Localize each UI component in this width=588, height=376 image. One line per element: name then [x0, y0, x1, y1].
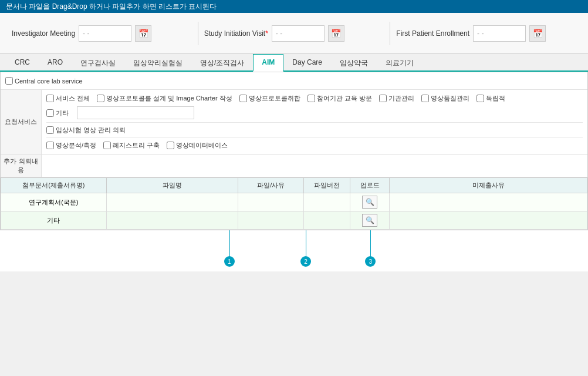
- service-independent-item: 독립적: [477, 94, 505, 103]
- filename-cell-1[interactable]: [106, 212, 238, 230]
- service-image-quality-item: 영상품질관리: [421, 94, 469, 103]
- study-initiation-visit-input[interactable]: - -: [272, 25, 325, 42]
- central-core-checkbox[interactable]: [5, 77, 13, 85]
- tab-daycare[interactable]: Day Care: [283, 54, 331, 72]
- service-training-visit-checkbox[interactable]: [307, 95, 315, 102]
- tab-aim[interactable]: AIM: [253, 54, 283, 72]
- no-reason-input-1[interactable]: [394, 214, 582, 226]
- header-fields: Investigator Meeting - - 📅 Study Initiat…: [0, 13, 588, 54]
- service-org-mgmt-checkbox[interactable]: [379, 95, 387, 102]
- service-protocol-design-item: 영상프로토콜를 설계 및 Image Charter 작성: [97, 94, 232, 103]
- first-patient-enrollment-field: First Patient Enrollment - - 📅: [396, 25, 576, 42]
- marker-circle-2: 2: [300, 256, 311, 267]
- tab-aro[interactable]: ARO: [39, 54, 72, 72]
- investigator-meeting-input[interactable]: - -: [79, 25, 131, 42]
- filename-input-1[interactable]: [111, 214, 233, 226]
- marker-circle-3: 3: [365, 256, 376, 267]
- marker-circle-1: 1: [224, 256, 235, 267]
- upload-cell-1[interactable]: 🔍: [350, 212, 389, 230]
- attach-col-upload: 업로드: [350, 178, 389, 193]
- attach-col-doc: 첨부문서(제출서류명): [1, 178, 107, 193]
- vertical-line-2: [306, 230, 306, 260]
- study-initiation-visit-label: Study Initiation Visit*: [204, 29, 268, 38]
- inner-divider-1: [46, 122, 583, 123]
- upload-cell-0[interactable]: 🔍: [350, 193, 389, 212]
- main-content: Central core lab service 요청서비스 서비스 전체 영상…: [0, 72, 588, 230]
- study-initiation-visit-field: Study Initiation Visit* - - 📅: [204, 25, 384, 42]
- first-patient-enrollment-calendar-icon[interactable]: 📅: [529, 25, 546, 42]
- version-cell-1: [304, 212, 350, 230]
- file-reason-cell-1[interactable]: [238, 212, 304, 230]
- request-services-content: 서비스 전체 영상프로토콜를 설계 및 Image Charter 작성 영상프…: [42, 90, 587, 154]
- vertical-line-1: [229, 230, 230, 260]
- filename-input-0[interactable]: [111, 196, 233, 208]
- clinical-trial-image-row: 임상시험 영상 관리 의뢰: [46, 124, 583, 136]
- drag-drop-banner: 문서나 파일을 Drag&Drop 하거나 파일추가 하면 리스트가 표시된다: [0, 0, 588, 13]
- service-protocol-compile-checkbox[interactable]: [239, 95, 247, 102]
- tab-research-lab[interactable]: 연구검사실: [72, 54, 124, 72]
- central-core-row: Central core lab service: [1, 72, 587, 90]
- tab-clinical-pharma-lab[interactable]: 임상약리실험실: [124, 54, 191, 72]
- other-row: 기타: [46, 105, 583, 121]
- upload-search-btn-1[interactable]: 🔍: [362, 214, 377, 227]
- investigator-meeting-calendar-icon[interactable]: 📅: [135, 25, 151, 42]
- first-patient-enrollment-label: First Patient Enrollment: [396, 29, 469, 38]
- clinical-trial-image-checkbox[interactable]: [46, 126, 54, 134]
- inner-divider-2: [46, 137, 583, 138]
- central-core-checkbox-item: Central core lab service: [5, 77, 83, 85]
- other-checkbox-item: 기타: [46, 109, 69, 118]
- filename-cell-0[interactable]: [106, 193, 238, 212]
- attach-col-file-reason: 파일/사유: [238, 178, 304, 193]
- image-analysis-row: 영상분석/측정 레지스트리 구축 영상데이터베이스: [46, 139, 583, 152]
- tab-medical-device[interactable]: 의료기기: [377, 54, 423, 72]
- extra-notes-label: 추가 의뢰내용: [1, 155, 42, 177]
- clinical-trial-image-item: 임상시험 영상 관리 의뢰: [46, 126, 126, 135]
- service-protocol-design-checkbox[interactable]: [97, 95, 104, 102]
- image-database-checkbox[interactable]: [167, 142, 174, 149]
- tab-pharmacy[interactable]: 임상약국: [331, 54, 377, 72]
- extra-notes-content: [42, 155, 587, 177]
- service-all-item: 서비스 전체: [46, 94, 90, 103]
- first-patient-enrollment-input[interactable]: - -: [473, 25, 526, 42]
- upload-search-btn-0[interactable]: 🔍: [362, 196, 377, 209]
- header-divider-2: [390, 22, 390, 45]
- no-reason-cell-0[interactable]: [390, 193, 587, 212]
- service-all-checkbox[interactable]: [46, 95, 54, 102]
- request-services-section: 요청서비스 서비스 전체 영상프로토콜를 설계 및 Image Charter …: [1, 90, 587, 155]
- request-services-label: 요청서비스: [1, 90, 42, 154]
- vertical-line-3: [370, 230, 371, 260]
- tab-crc[interactable]: CRC: [6, 54, 39, 72]
- doc-name-cell: 연구계획서(국문): [1, 193, 107, 212]
- image-analysis-item: 영상분석/측정: [46, 141, 96, 150]
- service-training-visit-item: 참여기관 교육 방문: [307, 94, 372, 103]
- other-text-input[interactable]: [77, 106, 194, 119]
- file-reason-cell-0[interactable]: [238, 193, 304, 212]
- table-row: 기타 🔍: [1, 212, 587, 230]
- tab-imaging[interactable]: 영상/조직검사: [191, 54, 253, 72]
- service-image-quality-checkbox[interactable]: [421, 95, 429, 102]
- service-independent-checkbox[interactable]: [477, 95, 484, 102]
- investigator-meeting-label: Investigator Meeting: [12, 29, 75, 38]
- extra-notes-section: 추가 의뢰내용: [1, 155, 587, 177]
- registry-build-checkbox[interactable]: [103, 142, 111, 149]
- version-cell-0: [304, 193, 350, 212]
- image-database-item: 영상데이터베이스: [167, 141, 228, 150]
- study-initiation-visit-calendar-icon[interactable]: 📅: [328, 25, 344, 42]
- bottom-markers: 1 2 3: [0, 230, 588, 271]
- doc-name-cell: 기타: [1, 212, 107, 230]
- attach-table: 첨부문서(제출서류명) 파일명 파일/사유 파일버전 업로드 미제출사유 연구계…: [1, 177, 587, 230]
- registry-build-item: 레지스트리 구축: [103, 141, 160, 150]
- header-divider-1: [198, 22, 198, 45]
- other-checkbox[interactable]: [46, 109, 54, 117]
- image-analysis-checkbox[interactable]: [46, 142, 54, 149]
- investigator-meeting-field: Investigator Meeting - - 📅: [12, 25, 192, 42]
- no-reason-cell-1[interactable]: [390, 212, 587, 230]
- service-options-row1: 서비스 전체 영상프로토콜를 설계 및 Image Charter 작성 영상프…: [46, 92, 583, 105]
- attach-col-filename: 파일명: [106, 178, 238, 193]
- attach-documents-section: 첨부문서(제출서류명) 파일명 파일/사유 파일버전 업로드 미제출사유 연구계…: [1, 177, 587, 230]
- attach-col-reason: 미제출사유: [390, 178, 587, 193]
- tabs-row: CRC ARO 연구검사실 임상약리실험실 영상/조직검사 AIM Day Ca…: [0, 54, 588, 72]
- central-core-label: Central core lab service: [15, 78, 83, 85]
- no-reason-input-0[interactable]: [394, 196, 582, 208]
- table-row: 연구계획서(국문) 🔍: [1, 193, 587, 212]
